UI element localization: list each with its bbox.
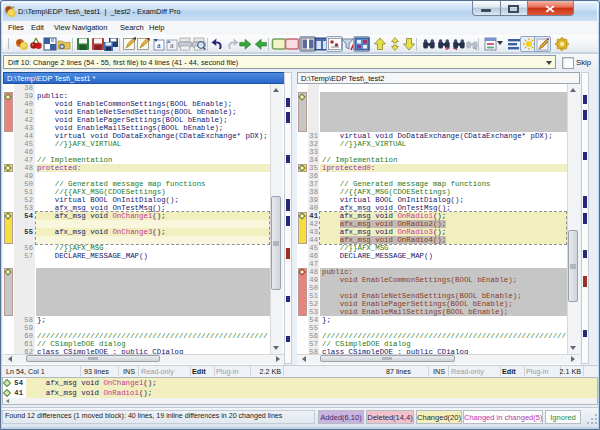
- svg-text:a: a: [157, 41, 161, 50]
- svg-text:a: a: [170, 41, 174, 50]
